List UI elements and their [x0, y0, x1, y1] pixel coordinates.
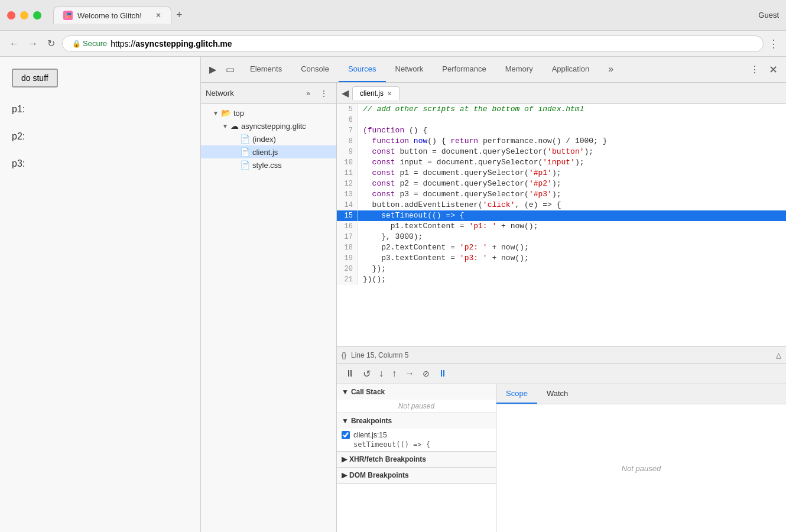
step-button[interactable]: →	[401, 366, 418, 381]
css-file-icon: 📄	[240, 160, 250, 170]
step-into-button[interactable]: ↓	[375, 366, 387, 381]
xhr-breakpoints-header[interactable]: ▶ XHR/fetch Breakpoints	[337, 452, 496, 467]
scope-tabs: Scope Watch	[496, 384, 786, 404]
sidebar-toggle-button[interactable]: ◀	[339, 85, 351, 101]
code-line-7: 7 (function () {	[337, 125, 786, 136]
code-line-19: 19 p3.textContent = 'p3: ' + now();	[337, 253, 786, 264]
tree-item-client-js[interactable]: 📄 client.js	[201, 145, 336, 158]
tab-performance[interactable]: Performance	[433, 57, 495, 82]
debugger-bottom: ▼ Call Stack Not paused ▼ Breakpoints	[337, 384, 786, 532]
sources-sidebar-header: Network » ⋮	[201, 83, 336, 104]
tab-favicon: 🎏	[63, 11, 73, 20]
server-icon: ☁	[230, 121, 239, 131]
breakpoints-arrow: ▼	[342, 417, 349, 425]
step-out-button[interactable]: ↑	[388, 366, 400, 381]
code-line-17: 17 }, 3000);	[337, 232, 786, 242]
breakpoints-header[interactable]: ▼ Breakpoints	[337, 413, 496, 429]
sidebar-more-button[interactable]: »	[303, 87, 314, 100]
dom-breakpoints-header[interactable]: ▶ DOM Breakpoints	[337, 468, 496, 483]
tree-label-origin: asyncstepping.glitc	[241, 122, 306, 131]
browser-viewport: do stuff p1: p2: p3:	[0, 57, 201, 532]
scope-body: Not paused	[496, 404, 786, 532]
breakpoints-section: ▼ Breakpoints client.js:15 setTimeout(()…	[337, 413, 496, 452]
forward-button[interactable]: →	[26, 36, 40, 51]
tab-application[interactable]: Application	[543, 57, 599, 82]
url-base: https://	[111, 39, 135, 48]
code-line-12: 12 const p2 = document.querySelector('#p…	[337, 179, 786, 189]
maximize-traffic-light[interactable]	[33, 11, 41, 20]
code-line-10: 10 const input = document.querySelector(…	[337, 157, 786, 168]
p2-label: p2:	[12, 131, 189, 142]
code-tab-close-button[interactable]: ✕	[387, 90, 392, 97]
scope-panel: Scope Watch Not paused	[496, 384, 786, 532]
tab-sources[interactable]: Sources	[339, 57, 386, 82]
sidebar-network-tab[interactable]: Network	[206, 89, 300, 98]
url-text: https://asyncstepping.glitch.me	[111, 39, 232, 48]
address-input[interactable]: 🔒 Secure https://asyncstepping.glitch.me	[62, 35, 764, 52]
code-tab-client-js[interactable]: client.js ✕	[352, 86, 400, 100]
tab-network[interactable]: Network	[386, 57, 433, 82]
devtools-settings-button[interactable]: ⋮	[746, 61, 763, 77]
pause-resume-button[interactable]: ⏸	[342, 366, 358, 381]
secure-label: Secure	[83, 39, 107, 48]
devtools-close-button[interactable]: ✕	[765, 61, 781, 79]
code-line-9: 9 const button = document.querySelector(…	[337, 147, 786, 157]
file-tree: ▼ 📂 top ▼ ☁ asyncstepping.glitc 📄 (index…	[201, 104, 336, 532]
call-stack-label: Call Stack	[351, 388, 385, 396]
status-position: Line 15, Column 5	[351, 351, 408, 359]
tab-scope[interactable]: Scope	[496, 384, 537, 404]
do-stuff-button[interactable]: do stuff	[12, 69, 58, 87]
code-line-11: 11 const p1 = document.querySelector('#p…	[337, 168, 786, 179]
more-tabs-button[interactable]: »	[599, 57, 623, 82]
breakpoint-checkbox[interactable]	[342, 431, 350, 439]
back-button[interactable]: ←	[7, 36, 21, 51]
code-line-8: 8 function now() { return performance.no…	[337, 136, 786, 147]
tab-console[interactable]: Console	[291, 57, 339, 82]
code-area: ◀ client.js ✕ 5 // add other scripts at …	[337, 83, 786, 532]
xhr-label: XHR/fetch Breakpoints	[349, 455, 426, 463]
tree-label-index: (index)	[252, 135, 276, 144]
tree-item-origin[interactable]: ▼ ☁ asyncstepping.glitc	[201, 119, 336, 132]
expand-arrow-origin: ▼	[222, 123, 228, 129]
tab-elements[interactable]: Elements	[241, 57, 291, 82]
dom-arrow: ▶	[342, 471, 347, 479]
browser-menu-button[interactable]: ⋮	[768, 37, 779, 50]
code-line-15: 15 setTimeout(() => {	[337, 210, 786, 221]
breakpoint-code: setTimeout(() => {	[342, 440, 491, 449]
browser-tab[interactable]: 🎏 Welcome to Glitch! ✕	[53, 7, 171, 24]
format-button[interactable]: △	[776, 351, 781, 359]
tree-item-top[interactable]: ▼ 📂 top	[201, 106, 336, 119]
code-editor[interactable]: 5 // add other scripts at the bottom of …	[337, 104, 786, 346]
pretty-print-button[interactable]: {}	[342, 351, 346, 359]
tree-label-top: top	[233, 109, 244, 118]
step-over-button[interactable]: ↺	[359, 366, 374, 382]
call-stack-arrow: ▼	[342, 388, 349, 396]
tab-watch[interactable]: Watch	[537, 384, 577, 404]
code-line-18: 18 p2.textContent = 'p2: ' + now();	[337, 242, 786, 253]
tree-item-style-css[interactable]: 📄 style.css	[201, 158, 336, 171]
pause-on-exceptions-button[interactable]: ⏸	[434, 366, 451, 381]
breakpoints-label: Breakpoints	[351, 417, 392, 425]
call-stack-body: Not paused	[337, 400, 496, 413]
device-toolbar-button[interactable]: ▭	[222, 61, 238, 77]
tab-close-button[interactable]: ✕	[155, 11, 161, 20]
p1-label: p1:	[12, 104, 189, 115]
reload-button[interactable]: ↻	[45, 35, 57, 51]
code-line-5: 5 // add other scripts at the bottom of …	[337, 104, 786, 115]
close-traffic-light[interactable]	[7, 11, 15, 20]
call-stack-panel: ▼ Call Stack Not paused ▼ Breakpoints	[337, 384, 496, 532]
tab-memory[interactable]: Memory	[496, 57, 543, 82]
traffic-lights	[7, 11, 41, 20]
deactivate-breakpoints-button[interactable]: ⊘	[419, 366, 433, 381]
call-stack-header[interactable]: ▼ Call Stack	[337, 384, 496, 400]
js-file-icon: 📄	[240, 147, 250, 157]
code-line-13: 13 const p3 = document.querySelector('#p…	[337, 189, 786, 200]
folder-icon-top: 📂	[221, 108, 231, 118]
inspect-element-button[interactable]: ▶	[206, 61, 220, 77]
minimize-traffic-light[interactable]	[20, 11, 28, 20]
p3-label: p3:	[12, 158, 189, 169]
tree-item-index[interactable]: 📄 (index)	[201, 132, 336, 145]
sidebar-menu-button[interactable]: ⋮	[316, 86, 332, 100]
html-file-icon: 📄	[240, 134, 250, 144]
new-tab-button[interactable]: +	[174, 7, 185, 24]
